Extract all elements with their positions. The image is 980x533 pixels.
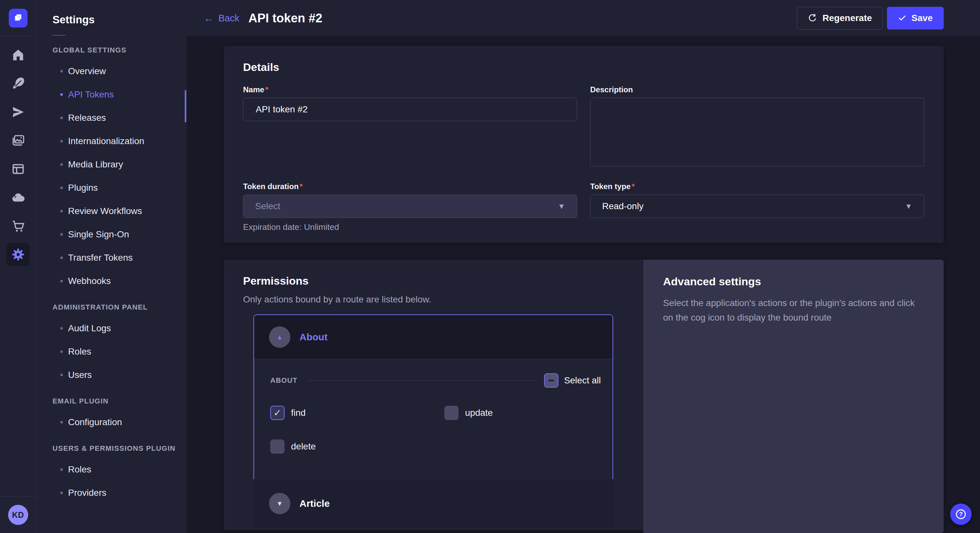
permissions-subtitle: Only actions bound by a route are listed…	[243, 294, 643, 305]
home-icon[interactable]	[10, 47, 26, 63]
bullet-icon	[60, 210, 63, 213]
description-textarea[interactable]	[590, 98, 924, 167]
find-checkbox[interactable]: ✓	[270, 406, 285, 420]
bullet-icon	[60, 70, 63, 73]
sidebar-item-single-sign-on[interactable]: Single Sign-On	[36, 223, 187, 246]
action-update: update	[444, 406, 601, 420]
sidebar-item-label: Configuration	[68, 417, 122, 427]
caret-down-icon: ▼	[277, 500, 283, 507]
details-heading: Details	[243, 61, 924, 73]
accordion-article-title: Article	[299, 498, 329, 509]
strapi-logo-icon	[13, 12, 23, 24]
sidebar-item-configuration[interactable]: Configuration	[36, 411, 187, 434]
sidebar-item-label: Transfer Tokens	[68, 252, 132, 263]
layout-icon[interactable]	[10, 161, 26, 177]
accordion-about-header[interactable]: ▲ About	[254, 315, 612, 359]
select-all-control: Select all	[544, 373, 601, 388]
back-link[interactable]: ← Back	[204, 13, 239, 24]
sidebar-item-review-workflows[interactable]: Review Workflows	[36, 200, 187, 223]
section-label: USERS & PERMISSIONS PLUGIN	[36, 444, 187, 453]
feather-icon[interactable]	[10, 76, 26, 91]
collapse-button[interactable]: ▲	[269, 327, 290, 348]
sidebar-item-users[interactable]: Users	[36, 363, 187, 387]
sidebar-item-overview[interactable]: Overview	[36, 60, 187, 83]
check-icon	[898, 14, 907, 22]
action-delete: delete	[270, 439, 444, 454]
duration-label: Token duration*	[243, 182, 577, 191]
bullet-icon	[60, 374, 63, 376]
save-label: Save	[912, 13, 933, 23]
bullet-icon	[60, 257, 63, 259]
type-field-group: Token type* Read-only ▼	[590, 182, 924, 232]
user-avatar[interactable]: KD	[8, 505, 28, 525]
sidebar-item-api-tokens[interactable]: API Tokens	[36, 83, 187, 106]
delete-checkbox[interactable]	[270, 439, 285, 454]
settings-sidebar: Settings GLOBAL SETTINGS Overview API To…	[36, 0, 187, 533]
page-title: API token #2	[248, 11, 322, 25]
required-asterisk: *	[632, 182, 635, 191]
page-content: Details Name* Description	[187, 36, 980, 533]
advanced-settings-heading: Advanced settings	[663, 275, 918, 288]
strapi-logo[interactable]	[9, 9, 27, 27]
sidebar-item-label: Users	[68, 370, 92, 380]
icon-rail: KD	[0, 0, 36, 533]
bullet-icon	[60, 187, 63, 189]
sidebar-item-webhooks[interactable]: Webhooks	[36, 270, 187, 293]
sidebar-item-internationalization[interactable]: Internationalization	[36, 130, 187, 153]
name-field-group: Name*	[243, 85, 577, 168]
refresh-icon	[808, 13, 817, 23]
bullet-icon	[60, 163, 63, 166]
type-label: Token type*	[590, 182, 924, 191]
sidebar-item-plugins[interactable]: Plugins	[36, 176, 187, 200]
name-input[interactable]	[243, 98, 577, 121]
bullet-icon	[60, 93, 63, 96]
bullet-icon	[60, 280, 63, 282]
sidebar-section-users-permissions: USERS & PERMISSIONS PLUGIN Roles Provide…	[36, 444, 187, 504]
cart-icon[interactable]	[10, 218, 26, 234]
section-label: ADMINISTRATION PANEL	[36, 303, 187, 311]
sidebar-item-label: Webhooks	[68, 276, 111, 286]
permissions-panel: Permissions Only actions bound by a rout…	[224, 260, 643, 533]
action-find: ✓ find	[270, 406, 444, 420]
chevron-down-icon: ▼	[905, 202, 912, 211]
advanced-settings-description: Select the application's actions or the …	[663, 296, 916, 325]
gear-icon[interactable]	[6, 243, 30, 266]
sidebar-section-email: EMAIL PLUGIN Configuration	[36, 397, 187, 434]
sidebar-item-releases[interactable]: Releases	[36, 106, 187, 130]
delete-label: delete	[291, 441, 316, 452]
svg-text:?: ?	[959, 511, 963, 517]
save-button[interactable]: Save	[887, 7, 944, 30]
media-library-icon[interactable]	[10, 133, 26, 148]
select-all-checkbox[interactable]	[544, 373, 558, 388]
about-section-label: ABOUT	[270, 376, 298, 385]
sidebar-item-up-roles[interactable]: Roles	[36, 458, 187, 481]
duration-select[interactable]: Select ▼	[243, 195, 577, 218]
description-field-group: Description	[590, 85, 924, 168]
accordion-article-header[interactable]: ▼ Article	[253, 479, 613, 528]
sidebar-item-label: Releases	[68, 113, 106, 123]
app-root: KD Settings GLOBAL SETTINGS Overview API…	[0, 0, 980, 533]
bullet-icon	[60, 492, 63, 494]
duration-field-group: Token duration* Select ▼ Expiration date…	[243, 182, 577, 232]
sidebar-item-roles[interactable]: Roles	[36, 340, 187, 363]
sidebar-item-label: Roles	[68, 464, 91, 475]
sidebar-item-providers[interactable]: Providers	[36, 481, 187, 504]
sidebar-item-audit-logs[interactable]: Audit Logs	[36, 317, 187, 340]
sidebar-item-label: Internationalization	[68, 136, 144, 146]
expand-button[interactable]: ▼	[269, 493, 290, 514]
sidebar-item-media-library[interactable]: Media Library	[36, 153, 187, 176]
update-checkbox[interactable]	[444, 406, 458, 420]
update-label: update	[465, 408, 493, 418]
help-button[interactable]: ?	[950, 503, 972, 525]
sidebar-title: Settings	[36, 14, 187, 26]
bullet-icon	[60, 468, 63, 471]
paper-plane-icon[interactable]	[10, 104, 26, 120]
sidebar-scrollbar[interactable]	[185, 90, 186, 122]
bullet-icon	[60, 421, 63, 424]
type-select[interactable]: Read-only ▼	[590, 195, 924, 218]
sidebar-item-transfer-tokens[interactable]: Transfer Tokens	[36, 246, 187, 270]
regenerate-button[interactable]: Regenerate	[797, 7, 883, 30]
sidebar-item-label: Overview	[68, 66, 106, 76]
cloud-icon[interactable]	[10, 190, 26, 205]
accordion-about-title: About	[299, 332, 328, 343]
